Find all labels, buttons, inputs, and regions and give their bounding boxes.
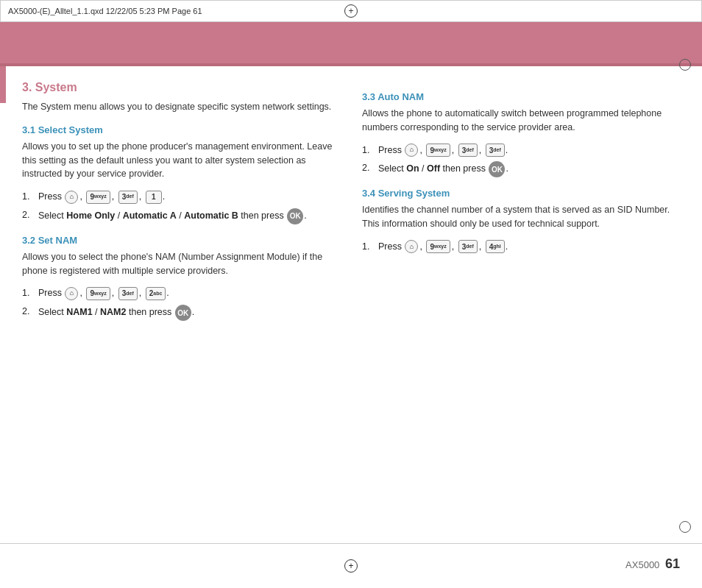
- key-9wxyz-3-4: 9wxyz: [426, 240, 450, 253]
- key-3def-1: 3def: [118, 191, 138, 204]
- step-3-3-1: 1. Press ⌂, 9wxyz, 3def, 3def.: [362, 144, 680, 157]
- key-ok-3-3: OK: [489, 161, 505, 177]
- sub-section-title-3-1: 3.1 Select System: [22, 124, 340, 135]
- header-band-inner: [0, 63, 702, 66]
- main-section-title: 3. System: [22, 81, 340, 94]
- sub-section-title-3-3: 3.3 Auto NAM: [362, 91, 680, 102]
- key-home-3-2: ⌂: [65, 287, 78, 300]
- section-body-3-4: Identifies the channel number of a syste…: [362, 203, 680, 231]
- bottom-area: [0, 544, 702, 588]
- key-3def-3-4: 3def: [458, 240, 478, 253]
- top-registration-bar: AX5000-(E)_Alltel_1.1.qxd 12/22/05 5:23 …: [0, 0, 702, 22]
- key-3def-3-3b: 3def: [486, 144, 505, 157]
- key-ok-3-1: OK: [287, 208, 303, 224]
- section-body-3-3: Allows the phone to automatically switch…: [362, 107, 680, 135]
- section-body-3-1: Allows you to set up the phone producer'…: [22, 140, 340, 181]
- main-section-body: The System menu allows you to designate …: [22, 100, 340, 114]
- key-home-icon: ⌂: [65, 191, 78, 204]
- step-3-3-2: 2. Select On / Off then press OK.: [362, 161, 680, 177]
- right-column: 3.3 Auto NAM Allows the phone to automat…: [362, 81, 680, 533]
- steps-3-4: 1. Press ⌂, 9wxyz, 3def, 4ghi.: [362, 240, 680, 254]
- step-3-2-2: 2. Select NAM1 / NAM2 then press OK.: [22, 305, 340, 321]
- left-accent-bar: [0, 66, 6, 103]
- key-ok-3-2: OK: [175, 305, 191, 321]
- key-9wxyz: 9wxyz: [86, 191, 110, 204]
- key-3def-3-2: 3def: [118, 287, 138, 300]
- key-home-3-3: ⌂: [405, 144, 418, 157]
- main-content: 3. System The System menu allows you to …: [22, 81, 680, 533]
- step-3-2-1: 1. Press ⌂, 9wxyz, 3def, 2abc.: [22, 286, 340, 300]
- step-3-1-2: 2. Select Home Only / Automatic A / Auto…: [22, 208, 340, 224]
- steps-3-2: 1. Press ⌂, 9wxyz, 3def, 2abc. 2. Select…: [22, 286, 340, 321]
- section-body-3-2: Allows you to select the phone's NAM (Nu…: [22, 250, 340, 278]
- key-3def-3-3a: 3def: [458, 144, 478, 157]
- key-9wxyz-3-3: 9wxyz: [426, 144, 450, 157]
- step-3-1-1: 1. Press ⌂, 9wxyz, 3def, 1.: [22, 190, 340, 204]
- right-reg-bottom: [679, 521, 691, 533]
- steps-3-3: 1. Press ⌂, 9wxyz, 3def, 3def. 2. Select…: [362, 144, 680, 178]
- key-4ghi: 4ghi: [486, 240, 505, 253]
- header-band: [0, 22, 702, 66]
- left-column: 3. System The System menu allows you to …: [22, 81, 340, 533]
- key-1: 1: [146, 191, 162, 204]
- step-3-4-1: 1. Press ⌂, 9wxyz, 3def, 4ghi.: [362, 240, 680, 254]
- key-9wxyz-3-2: 9wxyz: [86, 287, 110, 300]
- sub-section-title-3-4: 3.4 Serving System: [362, 188, 680, 199]
- right-reg-top: [679, 59, 691, 71]
- top-bar-label: AX5000-(E)_Alltel_1.1.qxd 12/22/05 5:23 …: [8, 7, 202, 15]
- sub-section-title-3-2: 3.2 Set NAM: [22, 235, 340, 246]
- key-home-3-4: ⌂: [405, 240, 418, 253]
- steps-3-1: 1. Press ⌂, 9wxyz, 3def, 1. 2. Select Ho…: [22, 190, 340, 224]
- top-reg-mark: [344, 4, 358, 18]
- bottom-reg-mark: [344, 559, 358, 573]
- key-2abc: 2abc: [146, 287, 166, 300]
